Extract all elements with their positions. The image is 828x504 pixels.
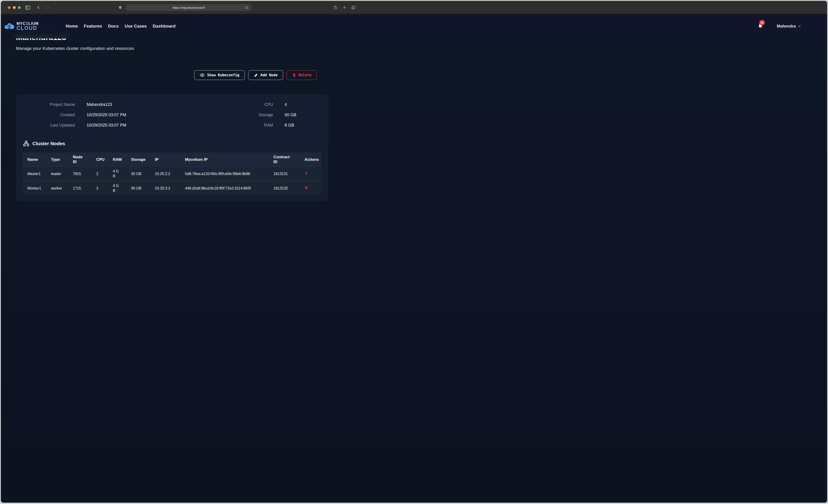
logo-e-bars-icon [26, 22, 28, 25]
cluster-actions: Show Kubeconfig Add Node Delete [16, 70, 328, 80]
cell-contract-id: 1613131 [274, 167, 304, 181]
main-content: Mahendra123 Manage your Kubernetes clust… [16, 14, 328, 201]
cell-mycelium-ip: 5d8:78ea:a120:f40c:ff0f:a5fe:99e6:8b96 [185, 167, 274, 181]
col-name: Name [23, 153, 51, 167]
cell-type: worker [51, 181, 73, 196]
eye-icon [200, 73, 205, 77]
cluster-nodes-header: Cluster Nodes [23, 140, 322, 146]
col-node-id: Node ID [73, 153, 96, 167]
col-mycelium-ip: Mycelium IP [185, 153, 274, 167]
created-value: 10/29/2025 03:07 PM [87, 113, 172, 117]
table-row: Worker1 worker 1715 2 4 GB 30 GB 10.20.3… [23, 181, 321, 196]
page-viewport: MYC LIUM CLOUD Home Features Docs Use Ca… [1, 14, 360, 219]
back-icon[interactable] [35, 1, 42, 14]
forward-icon[interactable] [45, 1, 51, 14]
nav-link-home[interactable]: Home [66, 24, 78, 29]
trash-icon [304, 171, 308, 175]
cluster-nodes-icon [23, 140, 29, 146]
sidebar-toggle-icon[interactable] [24, 1, 32, 14]
minimize-window-button[interactable] [13, 6, 16, 9]
cell-ram: 4 GB [113, 167, 131, 181]
cluster-nodes-table: Name Type Node ID CPU RAM Storage IP Myc… [23, 153, 321, 195]
table-header-row: Name Type Node ID CPU RAM Storage IP Myc… [23, 153, 321, 167]
cell-node-id: 1715 [73, 181, 96, 196]
cluster-info-grid: Project Name Mahendra123 Created 10/29/2… [23, 102, 322, 128]
privacy-shield-icon[interactable] [117, 1, 123, 14]
trash-icon [304, 186, 308, 190]
cluster-details-card: Project Name Mahendra123 Created 10/29/2… [16, 94, 328, 201]
delete-cluster-button[interactable]: Delete [287, 70, 317, 80]
col-storage: Storage [131, 153, 155, 167]
cluster-nodes-title: Cluster Nodes [32, 141, 65, 146]
cell-ip: 10.20.2.2 [155, 167, 185, 181]
browser-window: https://myceliumcloud.tf [1, 1, 360, 219]
cpu-value: 4 [285, 102, 322, 107]
logo-line1: MYC LIUM [16, 22, 39, 26]
col-ip: IP [155, 153, 185, 167]
add-node-button[interactable]: Add Node [248, 70, 283, 80]
ram-value: 8 GB [285, 123, 322, 128]
cell-storage: 30 GB [131, 181, 155, 196]
last-updated-value: 10/29/2025 03:07 PM [87, 123, 172, 128]
cell-type: leader [51, 167, 73, 181]
col-actions: Actions [304, 153, 321, 167]
nav-link-docs[interactable]: Docs [108, 24, 119, 29]
cell-ram: 4 GB [113, 181, 131, 196]
col-ram: RAM [113, 153, 131, 167]
page-subtitle: Manage your Kubernetes cluster configura… [16, 46, 328, 51]
delete-node-button[interactable] [304, 186, 308, 190]
share-icon[interactable] [332, 1, 339, 14]
cell-cpu: 2 [96, 181, 113, 196]
nav-link-features[interactable]: Features [84, 24, 102, 29]
delete-node-button[interactable] [304, 171, 308, 175]
cell-cpu: 2 [96, 167, 113, 181]
project-name-label: Project Name [23, 102, 75, 107]
mycelium-cloud-logo[interactable]: MYC LIUM CLOUD [4, 22, 39, 31]
logo-line2: CLOUD [16, 26, 39, 31]
cell-mycelium-ip: 446:d2a6:8bcd:8c16:ff0f:72e2:3114:863f [185, 181, 274, 196]
cloud-logo-icon [4, 22, 15, 31]
storage-label: Storage [172, 113, 273, 117]
cell-ip: 10.20.3.2 [155, 181, 185, 196]
col-contract-id: Contract ID [274, 153, 304, 167]
nav-link-dashboard[interactable]: Dashboard [153, 24, 175, 29]
zoom-window-button[interactable] [18, 6, 21, 9]
site-navbar: MYC LIUM CLOUD Home Features Docs Use Ca… [1, 14, 360, 38]
cell-name: Worker1 [23, 181, 51, 196]
col-cpu: CPU [96, 153, 113, 167]
address-bar[interactable]: https://myceliumcloud.tf [126, 4, 251, 11]
cell-name: Master1 [23, 167, 51, 181]
cell-contract-id: 1613132 [274, 181, 304, 196]
url-text: https://myceliumcloud.tf [172, 6, 205, 9]
trash-icon [292, 73, 296, 77]
pencil-icon [254, 73, 258, 77]
tab-overview-icon[interactable] [350, 1, 357, 14]
nav-link-use-cases[interactable]: Use Cases [125, 24, 147, 29]
storage-value: 60 GB [285, 113, 322, 117]
created-label: Created [23, 113, 75, 117]
cpu-label: CPU [172, 102, 273, 107]
reload-icon[interactable] [244, 5, 249, 10]
cell-storage: 30 GB [131, 167, 155, 181]
project-name-value: Mahendra123 [87, 102, 172, 107]
browser-toolbar: https://myceliumcloud.tf [1, 1, 360, 14]
new-tab-icon[interactable] [341, 1, 348, 14]
cell-node-id: 7915 [73, 167, 96, 181]
show-kubeconfig-button[interactable]: Show Kubeconfig [194, 70, 245, 80]
col-type: Type [51, 153, 73, 167]
close-window-button[interactable] [8, 6, 10, 9]
ram-label: RAM [172, 123, 273, 128]
table-row: Master1 leader 7915 2 4 GB 30 GB 10.20.2… [23, 167, 321, 181]
nav-links: Home Features Docs Use Cases Dashboard [66, 24, 175, 29]
last-updated-label: Last Updated [23, 123, 75, 128]
